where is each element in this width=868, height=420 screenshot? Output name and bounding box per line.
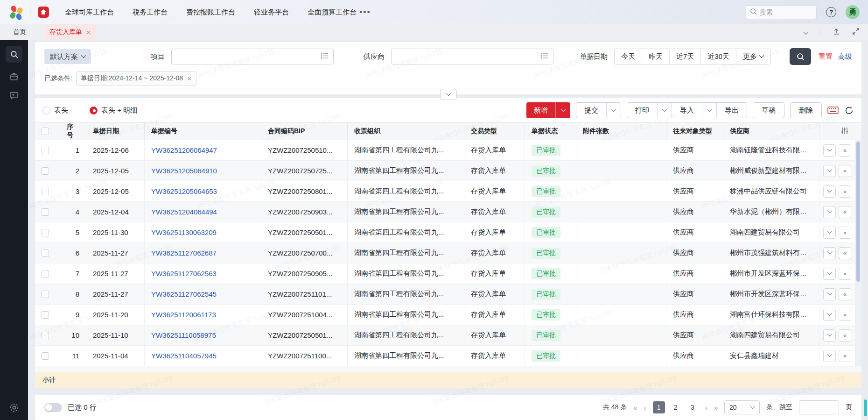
- doc-no-link[interactable]: YW36251127062545: [151, 290, 217, 298]
- row-collapse-icon[interactable]: «: [839, 288, 851, 300]
- row-expand-icon[interactable]: [823, 185, 836, 198]
- radio-icon[interactable]: [42, 107, 50, 114]
- doc-no-link[interactable]: YW36251206064947: [151, 146, 217, 154]
- import-button[interactable]: 导入: [672, 103, 702, 118]
- avatar[interactable]: 勇: [846, 5, 860, 19]
- print-dropdown-icon[interactable]: [658, 103, 672, 118]
- settings-gear-icon[interactable]: [9, 403, 19, 413]
- doc-no-link[interactable]: YW36251127062687: [151, 249, 217, 257]
- row-checkbox[interactable]: [42, 208, 49, 216]
- doc-no-link[interactable]: YW36251205064653: [151, 187, 217, 195]
- doc-no-link[interactable]: YW36251205064910: [151, 167, 217, 175]
- app-logo-icon[interactable]: [8, 4, 24, 20]
- help-icon[interactable]: ?: [826, 7, 836, 17]
- row-expand-icon[interactable]: [823, 288, 836, 300]
- scheme-dropdown[interactable]: 默认方案: [44, 49, 91, 64]
- row-expand-icon[interactable]: [823, 144, 836, 157]
- global-search[interactable]: [746, 5, 817, 19]
- nav-more-icon[interactable]: •••: [359, 7, 371, 17]
- row-checkbox[interactable]: [42, 249, 49, 257]
- add-button[interactable]: 新增: [526, 102, 570, 118]
- nav-item-1[interactable]: 税务工作台: [133, 8, 168, 17]
- row-collapse-icon[interactable]: «: [839, 144, 851, 157]
- import-dropdown-icon[interactable]: [702, 103, 716, 118]
- tabs-collapse-icon[interactable]: [804, 28, 808, 36]
- search-input[interactable]: [760, 8, 806, 16]
- next-page-icon[interactable]: ›: [705, 404, 707, 412]
- doc-no-link[interactable]: YW36251104057945: [151, 352, 217, 360]
- row-checkbox[interactable]: [42, 311, 49, 319]
- page-scrollbar-thumb[interactable]: [864, 399, 867, 416]
- nav-item-0[interactable]: 全球司库工作台: [65, 8, 114, 17]
- table-scrollbar-thumb[interactable]: [856, 142, 860, 282]
- fullscreen-icon[interactable]: [852, 28, 860, 37]
- date-quick-1[interactable]: 昨天: [642, 49, 670, 64]
- row-expand-icon[interactable]: [823, 247, 836, 259]
- add-dropdown-icon[interactable]: [555, 102, 570, 118]
- view-mode-radio-1[interactable]: 表头 + 明细: [90, 106, 137, 115]
- row-collapse-icon[interactable]: «: [839, 329, 851, 342]
- upload-icon[interactable]: [833, 28, 840, 37]
- row-collapse-icon[interactable]: «: [839, 206, 851, 218]
- table-scrollbar[interactable]: [855, 140, 861, 366]
- submit-button[interactable]: 提交: [576, 103, 606, 118]
- last-page-icon[interactable]: »: [714, 404, 718, 412]
- print-button[interactable]: 打印: [627, 103, 657, 118]
- supplier-input[interactable]: [391, 49, 553, 64]
- advanced-link[interactable]: 高级: [838, 52, 852, 61]
- nav-item-3[interactable]: 轻业务平台: [254, 8, 289, 17]
- row-checkbox[interactable]: [42, 188, 49, 195]
- tab-1[interactable]: 存货入库单✕: [45, 24, 96, 40]
- list-select-icon[interactable]: [321, 52, 329, 61]
- doc-no-link[interactable]: YW36251120061173: [151, 311, 216, 319]
- row-collapse-icon[interactable]: «: [839, 247, 851, 259]
- tab-close-icon[interactable]: ✕: [86, 29, 91, 36]
- page-size-select[interactable]: 20: [724, 400, 760, 414]
- row-expand-icon[interactable]: [823, 350, 836, 362]
- project-input[interactable]: [171, 49, 334, 64]
- row-checkbox[interactable]: [42, 291, 49, 298]
- filter-collapse-button[interactable]: [440, 89, 457, 100]
- feedback-icon[interactable]: [9, 91, 19, 100]
- nav-item-4[interactable]: 全面预算工作台: [308, 8, 357, 17]
- row-expand-icon[interactable]: [823, 268, 836, 280]
- date-more-button[interactable]: 更多: [736, 49, 770, 64]
- query-button[interactable]: [790, 48, 811, 65]
- row-collapse-icon[interactable]: «: [839, 309, 851, 321]
- page-number-3[interactable]: 3: [686, 401, 699, 413]
- jump-page-input[interactable]: [799, 400, 839, 414]
- row-checkbox[interactable]: [42, 147, 49, 154]
- archive-icon[interactable]: [9, 72, 19, 81]
- doc-no-link[interactable]: YW36251130063209: [151, 228, 217, 236]
- row-collapse-icon[interactable]: «: [839, 268, 851, 280]
- condition-tag-close-icon[interactable]: ✕: [187, 75, 192, 82]
- column-settings-icon[interactable]: [841, 127, 848, 136]
- submit-dropdown-icon[interactable]: [607, 103, 621, 118]
- keyboard-shortcuts-icon[interactable]: [827, 106, 839, 115]
- view-mode-radio-0[interactable]: 表头: [42, 106, 68, 115]
- first-page-icon[interactable]: «: [633, 404, 637, 412]
- row-expand-icon[interactable]: [823, 165, 836, 177]
- row-collapse-icon[interactable]: «: [839, 185, 851, 198]
- row-expand-icon[interactable]: [823, 309, 836, 321]
- page-number-1[interactable]: 1: [653, 401, 665, 413]
- reset-link[interactable]: 重置: [819, 52, 833, 61]
- doc-no-link[interactable]: YW36251110058975: [151, 331, 216, 339]
- row-expand-icon[interactable]: [823, 227, 836, 239]
- nav-item-2[interactable]: 费控报账工作台: [186, 8, 235, 17]
- select-all-checkbox[interactable]: [42, 128, 49, 135]
- date-quick-3[interactable]: 近30天: [701, 49, 736, 64]
- selection-toggle[interactable]: [44, 403, 62, 412]
- row-checkbox[interactable]: [42, 229, 49, 236]
- row-checkbox[interactable]: [42, 167, 49, 175]
- radio-icon[interactable]: [90, 107, 98, 114]
- refresh-icon[interactable]: [844, 106, 854, 115]
- tab-0[interactable]: 首页: [8, 24, 31, 40]
- row-checkbox[interactable]: [42, 352, 49, 360]
- row-expand-icon[interactable]: [823, 329, 836, 342]
- home-icon[interactable]: [38, 7, 49, 18]
- date-quick-2[interactable]: 近7天: [670, 49, 701, 64]
- draft-button[interactable]: 草稿: [753, 102, 784, 118]
- row-collapse-icon[interactable]: «: [839, 165, 851, 177]
- sidebar-search-icon[interactable]: [6, 46, 22, 63]
